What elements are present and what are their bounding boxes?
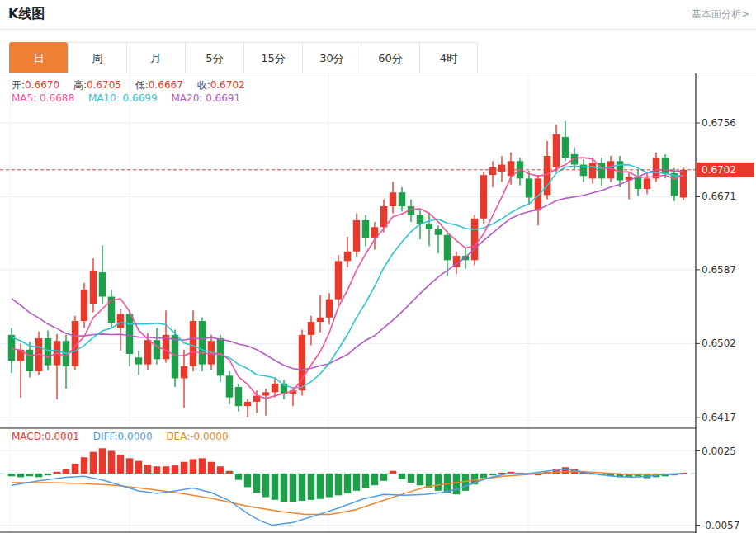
ohlc-readout: 开:0.6670 高:0.6705 低:0.6667 收:0.6702 — [12, 78, 256, 92]
close-label: 收: — [197, 79, 210, 91]
diff-label: DIFF: — [93, 431, 118, 442]
ma20-value: 0.6691 — [206, 92, 240, 104]
close-value: 0.6702 — [210, 79, 245, 91]
dea-label: DEA: — [166, 431, 190, 442]
tab-period-1[interactable]: 周 — [68, 42, 126, 73]
high-label: 高: — [73, 79, 87, 91]
ma-lines-layer — [12, 158, 683, 399]
svg-text:0.6756: 0.6756 — [702, 117, 736, 129]
macd-layer — [8, 448, 687, 525]
diff-value: 0.0000 — [118, 431, 153, 442]
ma5-line — [12, 158, 683, 399]
ma10-label: MA10: — [88, 92, 120, 104]
svg-text:0.6671: 0.6671 — [702, 191, 736, 202]
svg-text:0.6417: 0.6417 — [702, 412, 736, 423]
open-label: 开: — [12, 79, 25, 91]
fundamental-analysis-link[interactable]: 基本面分析> — [692, 7, 749, 21]
tab-period-0[interactable]: 日 — [9, 42, 68, 73]
tab-period-4[interactable]: 15分 — [243, 42, 302, 73]
period-tabbar: 日周月5分15分30分60分4时 — [0, 42, 756, 73]
widget-header: K线图 基本面分析> — [0, 0, 756, 30]
tab-period-5[interactable]: 30分 — [302, 42, 361, 73]
macd-value: 0.0001 — [45, 431, 79, 442]
ma5-value: 0.6688 — [40, 92, 74, 104]
svg-text:0.0025: 0.0025 — [702, 446, 736, 457]
macd-label: MACD: — [12, 431, 45, 442]
page-title: K线图 — [8, 6, 45, 23]
open-value: 0.6670 — [25, 79, 59, 91]
tab-period-7[interactable]: 4时 — [419, 42, 478, 73]
svg-text:0.6702: 0.6702 — [702, 164, 736, 176]
ma10-value: 0.6699 — [123, 92, 158, 104]
macd-readout: MACD:0.0001 DIFF:0.0000 DEA:-0.0000 — [12, 431, 239, 442]
high-value: 0.6705 — [87, 79, 121, 91]
svg-text:-0.0057: -0.0057 — [702, 520, 739, 531]
ma5-label: MA5: — [12, 92, 36, 104]
svg-text:0.6587: 0.6587 — [702, 264, 736, 276]
tab-period-3[interactable]: 5分 — [185, 42, 243, 73]
dea-value: -0.0000 — [190, 431, 228, 442]
tab-period-2[interactable]: 月 — [126, 42, 185, 73]
kline-chart-canvas[interactable]: 0.67560.66710.65870.65020.64170.0025-0.0… — [0, 73, 756, 533]
candlestick-layer — [8, 121, 687, 417]
low-label: 低: — [135, 79, 149, 91]
tab-period-6[interactable]: 60分 — [361, 42, 419, 73]
ma-readout: MA5: 0.6688 MA10: 0.6699 MA20: 0.6691 — [12, 92, 251, 104]
svg-text:0.6502: 0.6502 — [702, 337, 736, 349]
low-value: 0.6667 — [149, 79, 183, 91]
kline-chart-area[interactable]: 0.67560.66710.65870.65020.64170.0025-0.0… — [0, 73, 756, 533]
ma20-label: MA20: — [171, 92, 202, 104]
